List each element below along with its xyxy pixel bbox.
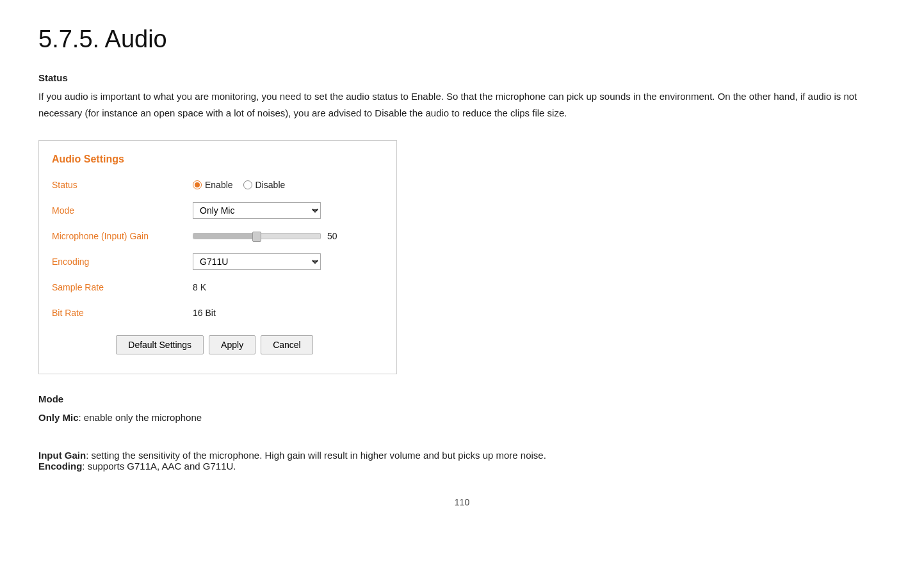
- mode-control: Only Mic: [193, 202, 321, 219]
- label-bitrate: Bit Rate: [52, 308, 193, 318]
- only-mic-label: Only Mic: [38, 412, 79, 423]
- label-encoding: Encoding: [52, 257, 193, 267]
- mode-select[interactable]: Only Mic: [193, 202, 321, 219]
- default-settings-button[interactable]: Default Settings: [116, 335, 204, 354]
- samplerate-value: 8 K: [193, 282, 206, 292]
- bitrate-static: 16 Bit: [193, 308, 216, 318]
- encoding-heading: Encoding: [38, 461, 82, 472]
- page-title: 5.7.5. Audio: [38, 26, 886, 53]
- settings-row-gain: Microphone (Input) Gain 50: [52, 226, 377, 246]
- status-body: If you audio is important to what you ar…: [38, 88, 886, 121]
- disable-option[interactable]: Disable: [243, 180, 286, 190]
- input-gain-text: : setting the sensitivity of the microph…: [86, 450, 546, 461]
- enable-option[interactable]: Enable: [193, 180, 233, 190]
- disable-radio[interactable]: [243, 180, 252, 189]
- gain-slider-track[interactable]: [193, 233, 321, 239]
- enable-radio[interactable]: [193, 180, 202, 189]
- input-gain-section: Input Gain: setting the sensitivity of t…: [38, 450, 886, 472]
- settings-row-samplerate: Sample Rate 8 K: [52, 278, 377, 297]
- gain-slider-fill: [193, 234, 257, 239]
- mode-description-section: Mode Only Mic: enable only the microphon…: [38, 393, 886, 426]
- label-mode: Mode: [52, 205, 193, 216]
- settings-row-mode: Mode Only Mic: [52, 201, 377, 220]
- apply-button[interactable]: Apply: [209, 335, 255, 354]
- status-section: Status If you audio is important to what…: [38, 72, 886, 121]
- only-mic-desc: : enable only the microphone: [79, 412, 202, 423]
- settings-title: Audio Settings: [52, 154, 377, 165]
- encoding-desc: Encoding: supports G711A, AAC and G711U.: [38, 461, 886, 472]
- enable-label: Enable: [205, 180, 233, 190]
- input-gain-heading: Input Gain: [38, 450, 86, 461]
- encoding-control: G711U G711A AAC: [193, 253, 321, 270]
- gain-control: 50: [193, 231, 346, 241]
- samplerate-static: 8 K: [193, 282, 206, 292]
- label-gain: Microphone (Input) Gain: [52, 231, 193, 241]
- cancel-button[interactable]: Cancel: [261, 335, 313, 354]
- input-gain-desc: Input Gain: setting the sensitivity of t…: [38, 450, 886, 461]
- gain-slider-container: 50: [193, 231, 346, 241]
- status-radio-group[interactable]: Enable Disable: [193, 180, 285, 190]
- mode-section-heading: Mode: [38, 393, 886, 404]
- encoding-text: : supports G711A, AAC and G711U.: [82, 461, 236, 472]
- encoding-select[interactable]: G711U G711A AAC: [193, 253, 321, 270]
- gain-slider-thumb[interactable]: [252, 232, 261, 242]
- settings-row-status: Status Enable Disable: [52, 175, 377, 194]
- gain-value: 50: [327, 231, 346, 241]
- settings-row-bitrate: Bit Rate 16 Bit: [52, 303, 377, 322]
- status-heading: Status: [38, 72, 886, 83]
- label-status: Status: [52, 180, 193, 190]
- encoding-select-wrapper[interactable]: G711U G711A AAC: [193, 253, 321, 270]
- settings-row-encoding: Encoding G711U G711A AAC: [52, 252, 377, 271]
- bitrate-value: 16 Bit: [193, 308, 216, 318]
- disable-label: Disable: [255, 180, 286, 190]
- label-samplerate: Sample Rate: [52, 282, 193, 292]
- audio-settings-box: Audio Settings Status Enable Disable Mod…: [38, 140, 397, 374]
- settings-buttons-row: Default Settings Apply Cancel: [52, 335, 377, 354]
- mode-select-wrapper[interactable]: Only Mic: [193, 202, 321, 219]
- page-number: 110: [38, 497, 886, 507]
- mode-section-desc: Only Mic: enable only the microphone: [38, 409, 886, 426]
